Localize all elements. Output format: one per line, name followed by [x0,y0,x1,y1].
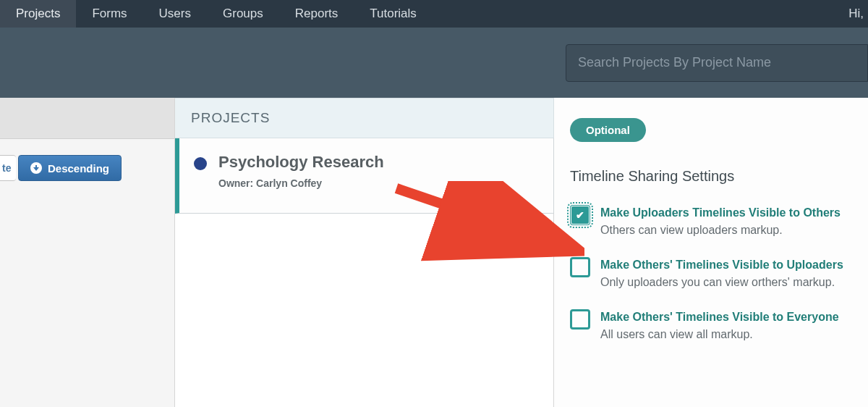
projects-header: PROJECTS [175,98,554,138]
nav-item-projects[interactable]: Projects [0,0,76,28]
sort-button-partial[interactable]: te [0,155,16,181]
settings-title: Timeline Sharing Settings [570,168,868,185]
setting-row-1: Make Others' Timelines Visible to Upload… [570,256,868,289]
project-owner: Owner: Carlyn Coffey [218,177,384,189]
setting-text-2: Make Others' Timelines Visible to Everyo… [600,308,839,341]
checkbox-uploaders-visible[interactable]: ✔ [570,205,590,225]
setting-label-0: Make Uploaders Timelines Visible to Othe… [600,206,841,219]
sort-controls: te Descending [0,139,174,181]
main-area: te Descending PROJECTS Psychology Resear… [0,98,868,407]
nav-items: Projects Forms Users Groups Reports Tuto… [0,0,433,28]
left-column: te Descending [0,98,175,407]
setting-desc-2: All users can view all markup. [600,328,839,341]
setting-desc-1: Only uploaders you can view orthers' mar… [600,276,843,289]
setting-row-2: Make Others' Timelines Visible to Everyo… [570,308,868,341]
descending-icon [30,162,42,174]
nav-item-reports[interactable]: Reports [279,0,354,28]
nav-item-groups[interactable]: Groups [207,0,279,28]
left-header-strip [0,98,174,139]
check-icon: ✔ [576,209,584,221]
checkbox-others-visible-everyone[interactable] [570,309,590,330]
descending-label: Descending [48,162,109,175]
setting-text-1: Make Others' Timelines Visible to Upload… [600,256,843,289]
top-nav: Projects Forms Users Groups Reports Tuto… [0,0,868,28]
greeting-text: Hi, [848,7,868,21]
settings-column: Optional Timeline Sharing Settings ✔ Mak… [554,98,868,407]
project-info: Psychology Research Owner: Carlyn Coffey [218,153,384,213]
setting-label-1: Make Others' Timelines Visible to Upload… [600,259,843,272]
sub-bar [0,28,868,98]
nav-item-users[interactable]: Users [143,0,207,28]
setting-label-2: Make Others' Timelines Visible to Everyo… [600,311,839,324]
setting-desc-0: Others can view uploaders markup. [600,224,841,237]
nav-item-tutorials[interactable]: Tutorials [354,0,433,28]
checkbox-others-visible-uploaders[interactable] [570,257,590,277]
project-card[interactable]: Psychology Research Owner: Carlyn Coffey [175,138,554,214]
descending-button[interactable]: Descending [18,155,122,181]
optional-badge: Optional [570,118,646,142]
projects-empty-area [175,214,554,407]
search-input[interactable] [578,55,856,70]
projects-column: PROJECTS Psychology Research Owner: Carl… [175,98,554,407]
setting-row-0: ✔ Make Uploaders Timelines Visible to Ot… [570,204,868,237]
nav-item-forms[interactable]: Forms [76,0,142,28]
setting-text-0: Make Uploaders Timelines Visible to Othe… [600,204,841,237]
search-box[interactable] [566,44,868,82]
project-status-dot-icon [194,157,207,170]
project-title: Psychology Research [218,153,384,172]
